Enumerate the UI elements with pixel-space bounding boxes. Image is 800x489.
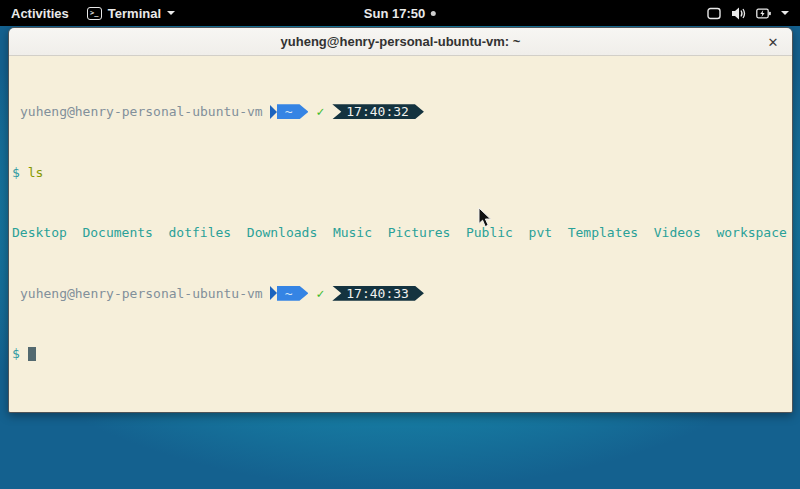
terminal-app-icon: >_ (87, 7, 102, 20)
ls-output-line: Desktop Documents dotfiles Downloads Mus… (12, 225, 790, 241)
clock-label: Sun 17:50 (364, 6, 425, 21)
time-segment: 17:40:32 (332, 104, 424, 119)
system-status-menu[interactable] (698, 0, 798, 26)
window-titlebar[interactable]: yuheng@henry-personal-ubuntu-vm: ~ ✕ (9, 28, 792, 56)
text-cursor (28, 347, 36, 361)
chevron-down-icon (167, 11, 175, 15)
battery-charging-icon (756, 7, 771, 20)
cwd-segment: ~ (277, 104, 309, 119)
command-text: ls (28, 165, 44, 180)
prompt-line-2: yuheng@henry-personal-ubuntu-vm ~ ✓ 17:4… (12, 286, 790, 302)
clock-button[interactable]: Sun 17:50 (355, 0, 445, 26)
powerline-arrow-icon (270, 105, 277, 119)
volume-icon (731, 7, 746, 20)
notification-dot-icon (431, 11, 436, 16)
time-segment: 17:40:33 (332, 286, 424, 301)
powerline-arrow-icon (270, 286, 277, 300)
command-line: $ ls (12, 165, 790, 181)
prompt-symbol: $ (12, 165, 20, 180)
prompt-symbol: $ (12, 346, 20, 361)
prompt-line-1: yuheng@henry-personal-ubuntu-vm ~ ✓ 17:4… (12, 104, 790, 120)
window-title: yuheng@henry-personal-ubuntu-vm: ~ (281, 34, 521, 49)
terminal-window: yuheng@henry-personal-ubuntu-vm: ~ ✕ yuh… (8, 27, 793, 413)
user-host-text: yuheng@henry-personal-ubuntu-vm (20, 104, 263, 119)
top-bar: Activities >_ Terminal Sun 17:50 (0, 0, 800, 26)
user-host-text: yuheng@henry-personal-ubuntu-vm (20, 286, 263, 301)
status-check-icon: ✓ (316, 286, 324, 301)
cwd-segment: ~ (277, 286, 309, 301)
app-menu-terminal[interactable]: >_ Terminal (78, 0, 184, 26)
app-menu-label: Terminal (108, 6, 161, 21)
current-input-line[interactable]: $ (12, 346, 790, 362)
mouse-cursor-icon (478, 208, 492, 232)
activities-button[interactable]: Activities (2, 0, 78, 26)
terminal-content[interactable]: yuheng@henry-personal-ubuntu-vm ~ ✓ 17:4… (9, 56, 792, 412)
display-icon (707, 7, 721, 20)
status-check-icon: ✓ (316, 104, 324, 119)
chevron-down-icon (781, 11, 789, 15)
close-button[interactable]: ✕ (762, 31, 784, 53)
